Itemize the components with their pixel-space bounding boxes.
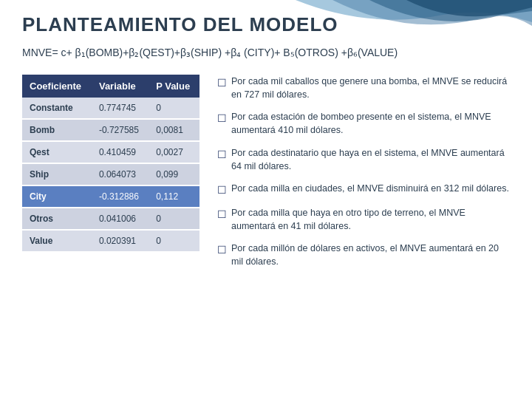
table-row: Qest0.4104590,0027 [22, 141, 200, 163]
bullet-text: Por cada mil caballos que genere una bom… [231, 75, 510, 101]
cell-pvalue: 0,099 [149, 163, 200, 185]
cell-coeficiente: Qest [22, 141, 92, 163]
cell-variable: -0.312886 [92, 185, 149, 208]
cell-coeficiente: Constante [22, 98, 92, 119]
cell-coeficiente: Bomb [22, 119, 92, 141]
table-row: Otros0.0410060 [22, 208, 200, 230]
cell-coeficiente: Ship [22, 163, 92, 185]
bullet-text: Por cada milla en ciudades, el MNVE dism… [231, 182, 510, 195]
bullet-item: ☐Por cada milla que haya en otro tipo de… [217, 206, 510, 233]
checkbox-icon: ☐ [217, 242, 227, 257]
cell-variable: 0.041006 [92, 208, 149, 230]
bullet-item: ☐Por cada milla en ciudades, el MNVE dis… [217, 182, 510, 197]
bullets-area: ☐Por cada mil caballos que genere una bo… [217, 75, 510, 278]
table-row: Ship0.0640730,099 [22, 163, 200, 185]
checkbox-icon: ☐ [217, 147, 227, 162]
table-row: Bomb-0.7275850,0081 [22, 119, 200, 141]
bullet-item: ☐Por cada destinatario que haya en el si… [217, 146, 510, 173]
col-header-variable: Variable [92, 75, 149, 98]
cell-variable: 0.020391 [92, 230, 149, 252]
page-title: PLANTEAMIENTO DEL MODELO [22, 13, 510, 36]
bullet-item: ☐Por cada millón de dólares en activos, … [217, 242, 510, 268]
bullet-text: Por cada estación de bombeo presente en … [231, 110, 510, 137]
table-row: City-0.3128860,112 [22, 185, 200, 208]
table-header-row: Coeficiente Variable P Value [22, 75, 200, 98]
cell-pvalue: 0 [149, 208, 200, 230]
bullet-text: Por cada millón de dólares en activos, e… [231, 242, 510, 268]
main-area: Coeficiente Variable P Value Constante0.… [22, 75, 510, 278]
cell-pvalue: 0,0081 [149, 119, 200, 141]
cell-pvalue: 0,112 [149, 185, 200, 208]
cell-pvalue: 0 [149, 98, 200, 119]
table-area: Coeficiente Variable P Value Constante0.… [22, 75, 200, 278]
formula: MNVE= c+ β₁(BOMB)+β₂(QEST)+β₃(SHIP) +β₄ … [22, 47, 510, 58]
col-header-pvalue: P Value [149, 75, 200, 98]
col-header-coeficiente: Coeficiente [22, 75, 92, 98]
cell-coeficiente: City [22, 185, 92, 208]
cell-variable: 0.774745 [92, 98, 149, 119]
checkbox-icon: ☐ [217, 111, 227, 126]
cell-variable: 0.064073 [92, 163, 149, 185]
checkbox-icon: ☐ [217, 75, 227, 90]
bullet-text: Por cada destinatario que haya en el sis… [231, 146, 510, 173]
cell-variable: -0.727585 [92, 119, 149, 141]
table-row: Value0.0203910 [22, 230, 200, 252]
cell-coeficiente: Value [22, 230, 92, 252]
table-row: Constante0.7747450 [22, 98, 200, 119]
bullet-text: Por cada milla que haya en otro tipo de … [231, 206, 510, 233]
cell-coeficiente: Otros [22, 208, 92, 230]
cell-pvalue: 0,0027 [149, 141, 200, 163]
coefficients-table: Coeficiente Variable P Value Constante0.… [22, 75, 200, 253]
bullet-item: ☐Por cada estación de bombeo presente en… [217, 110, 510, 137]
checkbox-icon: ☐ [217, 183, 227, 197]
bullet-item: ☐Por cada mil caballos que genere una bo… [217, 75, 510, 101]
cell-pvalue: 0 [149, 230, 200, 252]
checkbox-icon: ☐ [217, 207, 227, 222]
cell-variable: 0.410459 [92, 141, 149, 163]
